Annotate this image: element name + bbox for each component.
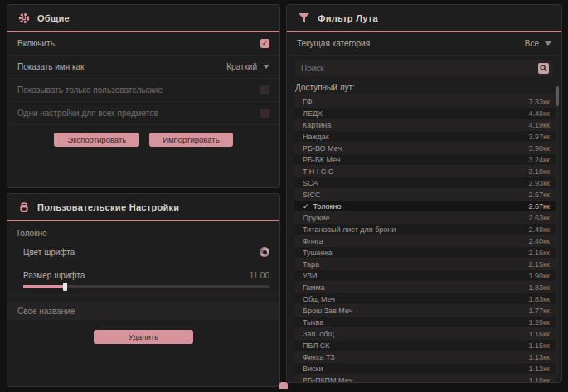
name-mode-value: Краткий <box>226 62 257 71</box>
only-custom-checkbox[interactable] <box>260 85 269 94</box>
loot-item-price: 7.33кк <box>529 98 550 106</box>
setting-row-only-custom: Показывать только пользовательские <box>7 79 279 102</box>
general-panel-title: Общие <box>37 13 70 23</box>
slider-handle[interactable] <box>63 283 67 291</box>
loot-item[interactable]: Виски1.12кк <box>294 363 556 375</box>
font-size-slider[interactable] <box>23 285 269 288</box>
loot-item[interactable]: Оружие2.63кк <box>294 212 556 224</box>
loot-item-price: 4.48кк <box>529 109 550 118</box>
name-mode-label: Показать имя как <box>17 62 84 71</box>
loot-item-name: Гамма <box>303 283 325 292</box>
name-mode-dropdown[interactable]: Краткий <box>226 62 269 71</box>
loot-item[interactable]: Титановый лист для брони2.48кк <box>294 224 556 235</box>
loot-item[interactable]: Гамма1.83кк <box>294 282 556 293</box>
loot-item[interactable]: ✓Толокно2.67кк <box>294 201 556 212</box>
font-size-value: 11.00 <box>250 271 269 280</box>
loot-item-price: 2.48кк <box>529 225 550 234</box>
loot-item-price: 2.67кк <box>529 191 550 199</box>
setting-row-name-mode: Показать имя как Краткий <box>7 56 279 79</box>
loot-item[interactable]: SICC2.67кк <box>294 189 556 201</box>
gear-icon <box>18 12 30 24</box>
loot-item-price: 1.15кк <box>529 341 550 350</box>
loot-item[interactable]: Брош Зав Меч1.77кк <box>294 305 556 317</box>
loot-item[interactable]: SCA2.93кк <box>294 177 556 189</box>
font-color-row: Цвет шрифта <box>7 240 279 264</box>
loot-item-price: 1.77кк <box>529 307 550 315</box>
search-icon[interactable] <box>538 63 549 74</box>
checkmark-icon: ✓ <box>303 202 309 211</box>
enable-checkbox[interactable]: ✓ <box>260 39 269 48</box>
custom-name-input[interactable]: Свое название <box>7 302 279 320</box>
loot-item-name: Оружие <box>303 214 330 222</box>
loot-item-name: Тара <box>303 260 319 269</box>
selected-item-label: Толокно <box>7 221 279 240</box>
loot-item[interactable]: УЗИ1.90кк <box>294 270 556 282</box>
loot-item-price: 1.83кк <box>529 283 550 292</box>
font-size-row: Размер шрифта 11.00 <box>7 264 279 283</box>
loot-item[interactable]: Картина4.19кк <box>294 119 556 131</box>
loot-item-price: 1.83кк <box>529 295 550 303</box>
loot-item[interactable]: ПБЛ СК1.15кк <box>294 340 556 351</box>
loot-item[interactable]: ЛЕДХ4.48кк <box>294 108 556 119</box>
import-button[interactable]: Импортировать <box>149 133 232 147</box>
loot-item[interactable]: Наждак3.97кк <box>294 131 556 143</box>
loot-item-price: 3.10кк <box>529 167 550 176</box>
loot-item-price: 3.90кк <box>529 144 550 152</box>
loot-item-name: Тыква <box>303 318 323 327</box>
loot-list: ГФ7.33ккЛЕДХ4.48ккКартина4.19ккНаждак3.9… <box>294 95 556 383</box>
same-settings-checkbox[interactable] <box>260 109 269 118</box>
loot-item[interactable]: Тушенка2.16кк <box>294 247 556 259</box>
setting-row-enable: Включить ✓ <box>7 32 279 56</box>
slider-fill <box>23 285 65 288</box>
loot-item-price: 2.40кк <box>529 237 550 245</box>
chevron-down-icon <box>545 41 551 46</box>
category-label: Текущая категория <box>297 39 370 48</box>
scrollbar-handle[interactable] <box>556 86 559 106</box>
loot-item-name: Фикса ТЗ <box>303 353 335 361</box>
available-loot-label: Доступный лут: <box>287 76 561 95</box>
loot-filter-panel: Фильтр Лута Текущая категория Все Поиск … <box>286 4 562 383</box>
loot-item-price: 1.13кк <box>529 353 550 361</box>
loot-item[interactable]: Зап. общ1.16кк <box>294 328 556 340</box>
enable-label: Включить <box>17 39 55 48</box>
loot-item-name: Фляга <box>303 237 323 245</box>
color-picker-icon[interactable] <box>260 247 269 257</box>
loot-item-name: РБ-ПКПМ Меч <box>303 376 352 384</box>
loot-item[interactable]: РБ-ПКПМ Меч1.10кк <box>294 375 556 383</box>
delete-button[interactable]: Удалить <box>94 330 193 344</box>
font-size-slider-wrap <box>7 283 279 295</box>
loot-item[interactable]: Тыква1.20кк <box>294 317 556 328</box>
loot-item-price: 3.97кк <box>529 133 550 141</box>
loot-item-price: 1.16кк <box>529 330 550 338</box>
category-dropdown[interactable]: Все <box>525 39 551 48</box>
loot-item[interactable]: РБ-ВО Меч3.90кк <box>294 143 556 154</box>
loot-item-name: Брош Зав Меч <box>303 307 352 315</box>
custom-panel-title: Пользовательские Настройки <box>37 202 179 212</box>
loot-item[interactable]: РБ-БК Меч3.24кк <box>294 154 556 166</box>
loot-item-name: УЗИ <box>303 272 317 280</box>
loot-item-price: 2.93кк <box>529 179 550 187</box>
window-drag-handle[interactable] <box>279 382 288 389</box>
loot-item-name: Титановый лист для брони <box>303 225 396 234</box>
general-panel: Общие Включить ✓ Показать имя как Кратки… <box>7 4 280 188</box>
loot-item-name: ПБЛ СК <box>303 341 330 350</box>
loot-item[interactable]: Фляга2.40кк <box>294 235 556 247</box>
loot-item-name: Виски <box>303 365 323 373</box>
loot-item[interactable]: T H I C C3.10кк <box>294 166 556 177</box>
loot-item[interactable]: Фикса ТЗ1.13кк <box>294 351 556 363</box>
general-panel-header: Общие <box>7 5 279 31</box>
export-button[interactable]: Экспортировать <box>54 133 139 147</box>
loot-item-price: 1.90кк <box>529 272 550 280</box>
search-input[interactable]: Поиск <box>295 60 553 76</box>
loot-item[interactable]: Тара2.15кк <box>294 259 556 270</box>
font-color-label: Цвет шрифта <box>23 248 75 257</box>
loot-item-price: 1.12кк <box>529 365 550 373</box>
filter-panel-title: Фильтр Лута <box>318 13 378 23</box>
loot-item[interactable]: Общ Меч1.83кк <box>294 293 556 305</box>
loot-item-price: 2.16кк <box>529 249 550 257</box>
loot-item[interactable]: ГФ7.33кк <box>294 96 556 108</box>
loot-item-name: Картина <box>303 121 331 129</box>
loot-item-price: 2.63кк <box>529 214 550 222</box>
list-scrollbar[interactable] <box>556 85 559 375</box>
loot-item-name: ✓Толокно <box>303 202 341 211</box>
